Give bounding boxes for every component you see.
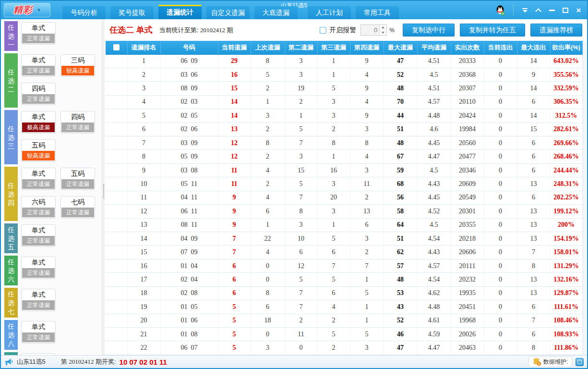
sidebar-mode-button[interactable]: 单式正常遗漏 <box>21 224 56 246</box>
row-select-cell[interactable] <box>106 273 127 286</box>
data-maintenance-button[interactable]: 数据维护: <box>528 357 572 367</box>
table-row[interactable]: 308 091521959484.5120307014332.59% <box>106 82 582 95</box>
table-row[interactable]: 1901 0556741434.482045106111.61% <box>106 300 582 314</box>
row-select-cell[interactable] <box>106 286 127 300</box>
table-row[interactable]: 502 05143139444.4820424014312.5% <box>106 109 582 123</box>
row-select-cell[interactable] <box>106 136 127 150</box>
sidebar-mode-button[interactable]: 五码正常遗漏 <box>60 168 95 190</box>
sidebar-mode-button[interactable]: 单式正常遗漏 <box>21 54 56 76</box>
tab-2[interactable]: 奖号提取 <box>110 6 154 19</box>
sidebar-mode-button[interactable]: 单式正常遗漏 <box>21 289 56 311</box>
sidebar-mode-button[interactable]: 单式正常遗漏 <box>21 22 56 44</box>
sidebar-mode-button[interactable]: 单式正常遗漏 <box>21 257 56 279</box>
sidebar-mode-button[interactable]: 七码正常遗漏 <box>60 196 95 218</box>
row-select-cell[interactable] <box>106 95 127 109</box>
row-select-cell[interactable] <box>106 82 127 95</box>
app-tray-icon[interactable] <box>576 358 584 366</box>
row-select-cell[interactable] <box>106 150 127 163</box>
copy-selected-rows-button[interactable]: 复制选中行 <box>403 24 455 37</box>
column-header-6[interactable]: 第三遗漏 <box>317 41 350 54</box>
row-select-cell[interactable] <box>106 123 127 136</box>
sidebar-mode-button[interactable]: 四码正常遗漏 <box>60 111 95 133</box>
sidebar-mode-button[interactable]: 单式极高遗漏 <box>21 111 56 133</box>
maximize-button[interactable] <box>562 5 569 15</box>
table-row[interactable]: 203 06165314524.52036809355.56% <box>106 68 582 81</box>
column-header-4[interactable]: 上次遗漏 <box>251 41 285 54</box>
sidebar-mode-button[interactable]: 单式 <box>21 353 56 355</box>
select-all-checkbox[interactable] <box>113 44 120 50</box>
row-select-cell[interactable] <box>106 177 127 191</box>
alarm-threshold-stepper[interactable]: 0 <box>360 25 387 36</box>
column-header-3[interactable]: 当前遗漏 <box>218 41 251 54</box>
collapse-button[interactable] <box>535 5 542 15</box>
table-row[interactable]: 703 09128788484.452056006269.66% <box>106 136 582 150</box>
tab-6[interactable]: 人工计划 <box>308 6 351 19</box>
table-row[interactable]: 106 09298319474.5120333014643.02% <box>106 54 582 68</box>
alarm-toggle[interactable]: 开启报警 <box>320 26 356 35</box>
row-select-cell[interactable] <box>106 191 127 204</box>
tab-4[interactable]: 自定义遗漏 <box>206 6 250 19</box>
sidebar-mode-button[interactable]: 四码正常遗漏 <box>21 83 56 105</box>
row-select-cell[interactable] <box>106 232 127 245</box>
row-select-cell[interactable] <box>106 163 127 177</box>
sidebar-mode-button[interactable]: 单式正常遗漏 <box>21 168 56 190</box>
row-select-cell[interactable] <box>106 327 127 341</box>
column-header-9[interactable]: 平均遗漏 <box>417 41 451 54</box>
copy-convert-ren5-button[interactable]: 复制并转为任五 <box>460 24 525 37</box>
table-row[interactable]: 1104 11947202564.452054906202.25% <box>106 191 582 204</box>
row-select-cell[interactable] <box>106 259 127 272</box>
sidebar-mode-button[interactable]: 六码正常遗漏 <box>21 196 56 218</box>
row-select-cell[interactable] <box>106 109 127 123</box>
table-row[interactable]: 1802 0868765534.6219935013129.87% <box>106 286 582 300</box>
sidebar-mode-button[interactable]: 三码较高遗漏 <box>60 54 95 76</box>
row-select-cell[interactable] <box>106 68 127 81</box>
table-row[interactable]: 903 0811415163594.52034606244.44% <box>106 163 582 177</box>
alarm-threshold-value[interactable]: 0 <box>361 25 379 35</box>
table-row[interactable]: 1206 11968313584.5220301013199.12% <box>106 205 582 218</box>
table-row[interactable]: 2206 0753023474.472046308111.86% <box>106 341 582 355</box>
table-row[interactable]: 1404 097221053514.5420218013154.19% <box>106 232 582 245</box>
tab-5[interactable]: 大底遗漏 <box>254 6 298 19</box>
stepper-up-icon[interactable] <box>380 25 386 30</box>
table-row[interactable]: 2001 06518221524.611996807108.46% <box>106 314 582 327</box>
table-row[interactable]: 1005 111125311684.4320609013248.31% <box>106 177 582 191</box>
table-row[interactable]: 402 03141234704.572011006306.35% <box>106 95 582 109</box>
qq-icon[interactable] <box>495 5 505 16</box>
column-header-7[interactable]: 第四遗漏 <box>350 41 384 54</box>
row-select-cell[interactable] <box>106 300 127 314</box>
tab-7[interactable]: 常用工具 <box>356 6 399 19</box>
minimize-button[interactable] <box>548 5 555 15</box>
column-header-12[interactable]: 最大连出 <box>517 41 550 54</box>
sidebar-mode-button[interactable]: 五码较高遗漏 <box>21 139 56 161</box>
app-logo-menu[interactable]: 精彩 ▼ <box>4 3 50 17</box>
stepper-down-icon[interactable] <box>380 30 386 36</box>
row-select-cell[interactable] <box>106 54 127 68</box>
table-row[interactable]: 1308 1191316644.520355013200% <box>106 218 582 232</box>
table-row[interactable]: 1601 04601277574.572011108131.29% <box>106 259 582 272</box>
alarm-checkbox[interactable] <box>320 27 326 34</box>
row-select-cell[interactable] <box>106 246 127 259</box>
vertical-scrollbar[interactable] <box>583 41 587 355</box>
table-row[interactable]: 2101 08501155464.592002606108.93% <box>106 327 582 341</box>
table-row[interactable]: 1702 0460551484.5420232013132.16% <box>106 273 582 286</box>
row-select-cell[interactable] <box>106 314 127 327</box>
row-select-cell[interactable] <box>106 218 127 232</box>
column-header-1[interactable]: 遗漏排名 <box>127 41 160 54</box>
row-select-cell[interactable] <box>106 341 127 355</box>
column-header-8[interactable]: 最大遗漏 <box>384 41 417 54</box>
column-header-2[interactable]: 号码 <box>160 41 218 54</box>
table-row[interactable]: 1507 0974662624.432060607158.01% <box>106 246 582 259</box>
skin-menu-button[interactable] <box>521 5 528 15</box>
column-header-5[interactable]: 第二遗漏 <box>285 41 317 54</box>
sidebar-splitter[interactable] <box>102 19 105 355</box>
row-select-cell[interactable] <box>106 205 127 218</box>
table-row[interactable]: 602 06132523514.619984015282.61% <box>106 123 582 136</box>
omission-ranking-button[interactable]: 遗漏推荐榜 <box>530 24 582 37</box>
column-header-13[interactable]: 欲出率(%) <box>550 41 582 54</box>
close-button[interactable]: × <box>575 5 582 15</box>
column-header-11[interactable]: 当前连出 <box>484 41 517 54</box>
tab-1[interactable]: 号码分析 <box>62 6 106 19</box>
table-row[interactable]: 805 09122314674.472047706268.46% <box>106 150 582 163</box>
column-header-10[interactable]: 实出次数 <box>451 41 484 54</box>
tab-3[interactable]: 遗漏统计 <box>158 5 202 19</box>
